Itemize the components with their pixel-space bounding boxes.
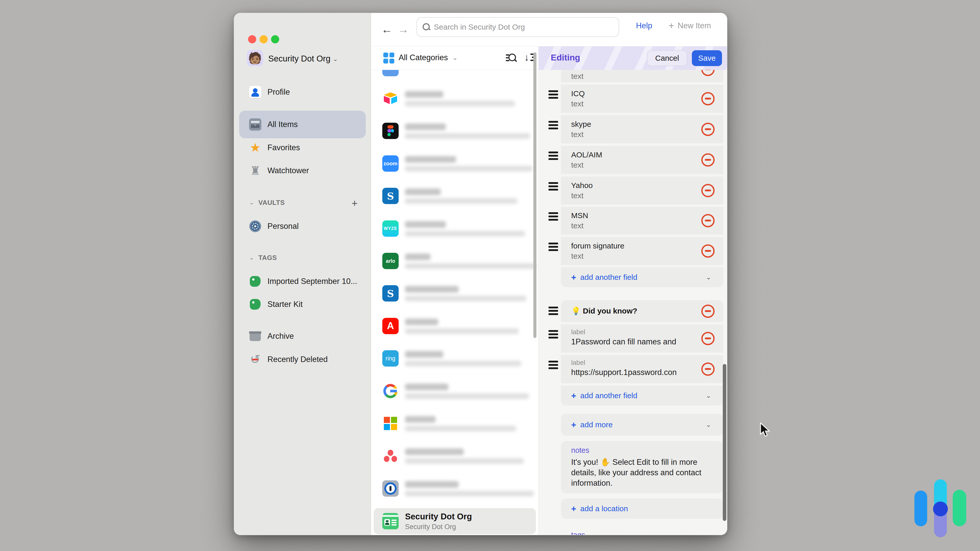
all-categories-dropdown[interactable]: All Categories — [399, 53, 448, 62]
tags-section-header[interactable]: ⌄ TAGS — [249, 254, 277, 262]
list-item[interactable]: A — [371, 310, 538, 342]
cancel-button[interactable]: Cancel — [647, 50, 687, 66]
arlo-icon: arlo — [382, 253, 399, 269]
sidebar-item-all-items[interactable]: All Items — [239, 111, 366, 138]
drag-handle[interactable] — [549, 151, 558, 160]
field-row-yahoo[interactable]: Yahootext — [561, 176, 723, 205]
redacted-item-title — [405, 221, 446, 228]
field-row-aol-aim[interactable]: AOL/AIMtext — [561, 146, 723, 174]
field-label[interactable]: forum signature — [571, 241, 624, 250]
sidebar-item-personal-vault[interactable]: Personal — [239, 214, 366, 238]
filter-search-icon[interactable] — [506, 53, 517, 63]
redacted-item-title — [405, 156, 456, 163]
remove-field-button[interactable] — [701, 362, 714, 376]
editor-scrollbar[interactable] — [723, 364, 726, 521]
section-row-did-you-know[interactable]: 💡 Did you know? — [561, 300, 723, 322]
drag-handle[interactable] — [549, 330, 558, 339]
field-row-skype[interactable]: skypetext — [561, 115, 723, 143]
account-chevron-down-icon[interactable]: ⌄ — [332, 56, 338, 62]
list-item[interactable]: ring — [371, 342, 538, 375]
drag-handle[interactable] — [549, 121, 558, 130]
account-name[interactable]: Security Dot Org — [268, 54, 331, 64]
close-window-button[interactable] — [248, 35, 256, 43]
sidebar-item-tag-starter-kit[interactable]: Starter Kit — [239, 292, 366, 317]
field-value[interactable]: https://support.1password.con — [571, 368, 677, 377]
field-label[interactable]: ICQ — [571, 89, 585, 98]
drag-handle[interactable] — [549, 90, 558, 99]
list-item[interactable]: arlo — [371, 245, 538, 277]
add-another-field-button[interactable]: +add another field⌄ — [561, 386, 723, 406]
remove-field-button[interactable] — [701, 184, 714, 197]
forward-icon[interactable]: → — [398, 22, 409, 37]
remove-field-button[interactable] — [701, 92, 714, 105]
remove-field-button[interactable] — [701, 332, 714, 345]
add-another-field-button[interactable]: +add another field⌄ — [561, 267, 723, 287]
list-scrollbar[interactable] — [533, 52, 536, 338]
field-label[interactable]: AOL/AIM — [571, 151, 602, 159]
sidebar-item-favorites[interactable]: ★ Favorites — [239, 135, 366, 160]
drag-handle[interactable] — [549, 212, 558, 221]
field-value[interactable]: 1Password can fill names and — [571, 337, 676, 346]
sidebar-item-profile[interactable]: Profile — [239, 80, 366, 104]
add-vault-button[interactable]: + — [352, 198, 358, 209]
sidebar-item-tag-imported[interactable]: Imported September 10... — [239, 269, 366, 294]
field-row-label-2[interactable]: labelhttps://support.1password.con — [561, 355, 723, 383]
search-input[interactable]: Search in Security Dot Org — [417, 17, 619, 37]
minimize-window-button[interactable] — [259, 35, 268, 43]
field-row-forum-signature[interactable]: forum signaturetext — [561, 237, 723, 265]
field-row-icq[interactable]: ICQtext — [561, 85, 723, 113]
remove-field-button[interactable] — [701, 245, 714, 258]
drag-handle[interactable] — [549, 182, 558, 191]
zoom-window-button[interactable] — [271, 35, 279, 43]
field-label[interactable]: label — [571, 359, 585, 367]
drag-handle[interactable] — [549, 306, 558, 315]
new-item-button[interactable]: + New Item — [669, 21, 711, 30]
all-categories-icon[interactable] — [383, 52, 395, 64]
plus-icon: + — [571, 504, 576, 514]
account-avatar[interactable]: 🧑🏽 — [247, 50, 263, 66]
chevron-down-icon[interactable]: ⌄ — [452, 55, 458, 61]
field-label[interactable]: Yahoo — [571, 181, 593, 190]
list-item[interactable] — [371, 407, 538, 440]
list-item[interactable]: WYZE — [371, 213, 538, 245]
field-value[interactable]: text — [571, 72, 584, 81]
list-item[interactable]: zoom — [371, 148, 538, 180]
list-item[interactable] — [371, 375, 538, 407]
notes-field[interactable]: notes It's you! ✋ Select Edit to fill in… — [561, 441, 723, 493]
field-row-label-1[interactable]: label1Password can fill names and — [561, 324, 723, 353]
list-item-selected[interactable]: Security Dot Org Security Dot Org — [374, 508, 536, 534]
field-label[interactable]: MSN — [571, 211, 588, 220]
field-value[interactable]: text — [571, 130, 584, 139]
field-value[interactable]: text — [571, 221, 584, 230]
field-label[interactable]: label — [571, 328, 585, 336]
field-row-msn[interactable]: MSNtext — [561, 206, 723, 235]
field-row-partial[interactable]: text — [561, 70, 723, 82]
remove-field-button[interactable] — [701, 214, 714, 227]
remove-field-button[interactable] — [701, 153, 714, 167]
list-item[interactable]: S — [371, 180, 538, 212]
sidebar-item-recently-deleted[interactable]: ↺ Recently Deleted — [239, 347, 366, 372]
remove-field-button[interactable] — [701, 70, 714, 76]
sidebar-item-archive[interactable]: Archive — [239, 324, 366, 348]
field-label[interactable]: skype — [571, 120, 591, 129]
sidebar-item-label: Personal — [267, 222, 299, 231]
list-item[interactable] — [371, 440, 538, 472]
add-more-button[interactable]: + add more ⌄ — [561, 414, 723, 436]
remove-field-button[interactable] — [701, 305, 714, 318]
sidebar-item-watchtower[interactable]: ♜ Watchtower — [239, 159, 366, 183]
help-link[interactable]: Help — [636, 21, 652, 30]
field-value[interactable]: text — [571, 191, 584, 200]
add-location-button[interactable]: + add a location — [561, 499, 723, 519]
field-value[interactable]: text — [571, 100, 584, 108]
list-item[interactable]: S — [371, 277, 538, 310]
remove-field-button[interactable] — [701, 123, 714, 136]
save-button[interactable]: Save — [692, 50, 722, 66]
list-item[interactable] — [371, 115, 538, 147]
field-value[interactable]: text — [571, 252, 584, 260]
drag-handle[interactable] — [549, 361, 558, 369]
field-value[interactable]: text — [571, 161, 584, 169]
back-icon[interactable]: ← — [381, 22, 393, 37]
list-item[interactable] — [371, 83, 538, 115]
drag-handle[interactable] — [549, 243, 558, 251]
list-item[interactable] — [371, 472, 538, 505]
